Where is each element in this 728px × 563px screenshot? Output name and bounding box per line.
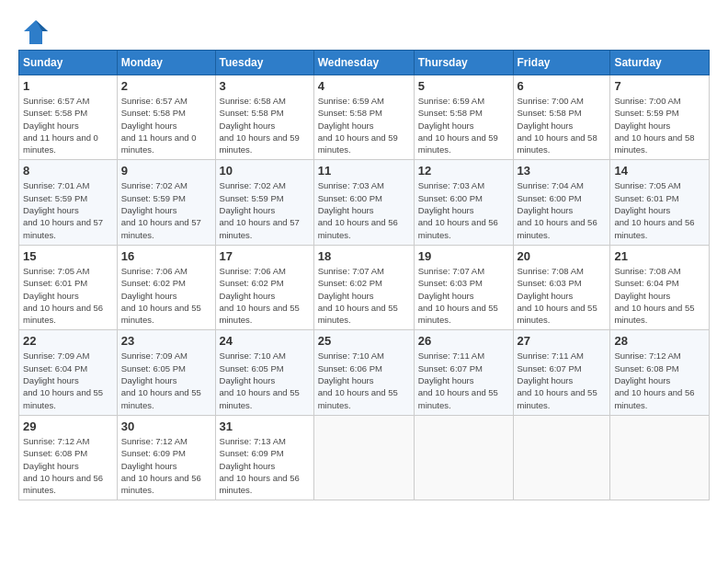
- day-cell-23: 23 Sunrise: 7:09 AMSunset: 6:05 PMDaylig…: [117, 330, 215, 415]
- day-cell-10: 10 Sunrise: 7:02 AMSunset: 5:59 PMDaylig…: [215, 160, 313, 245]
- day-number: 17: [220, 249, 310, 263]
- day-cell-5: 5 Sunrise: 6:59 AMSunset: 5:58 PMDayligh…: [414, 75, 513, 160]
- day-number: 2: [121, 79, 211, 93]
- day-cell-15: 15 Sunrise: 7:05 AMSunset: 6:01 PMDaylig…: [19, 245, 118, 329]
- day-cell-24: 24 Sunrise: 7:10 AMSunset: 6:05 PMDaylig…: [215, 330, 313, 415]
- day-cell-30: 30 Sunrise: 7:12 AMSunset: 6:09 PMDaylig…: [117, 415, 215, 500]
- day-number: 15: [23, 249, 113, 263]
- day-cell-18: 18 Sunrise: 7:07 AMSunset: 6:02 PMDaylig…: [313, 245, 414, 329]
- day-info: Sunrise: 7:12 AMSunset: 6:09 PMDaylight …: [121, 436, 201, 495]
- day-info: Sunrise: 7:04 AMSunset: 6:00 PMDaylight …: [518, 180, 597, 239]
- header-friday: Friday: [513, 51, 610, 75]
- day-info: Sunrise: 7:02 AMSunset: 5:59 PMDaylight …: [121, 180, 201, 239]
- day-number: 29: [23, 419, 113, 433]
- day-number: 16: [121, 249, 211, 263]
- header-thursday: Thursday: [414, 51, 513, 75]
- day-info: Sunrise: 7:03 AMSunset: 6:00 PMDaylight …: [318, 180, 398, 239]
- day-info: Sunrise: 7:03 AMSunset: 6:00 PMDaylight …: [418, 180, 498, 239]
- day-info: Sunrise: 6:58 AMSunset: 5:58 PMDaylight …: [220, 96, 300, 155]
- day-number: 13: [518, 164, 607, 178]
- day-number: 10: [220, 164, 310, 178]
- logo: [18, 18, 50, 40]
- calendar-header-row: SundayMondayTuesdayWednesdayThursdayFrid…: [19, 51, 710, 75]
- day-info: Sunrise: 7:02 AMSunset: 5:59 PMDaylight …: [220, 180, 300, 239]
- day-number: 31: [220, 419, 310, 433]
- day-info: Sunrise: 7:07 AMSunset: 6:03 PMDaylight …: [418, 266, 498, 325]
- day-info: Sunrise: 7:09 AMSunset: 6:05 PMDaylight …: [121, 350, 201, 409]
- day-cell-3: 3 Sunrise: 6:58 AMSunset: 5:58 PMDayligh…: [215, 75, 313, 160]
- day-info: Sunrise: 7:09 AMSunset: 6:04 PMDaylight …: [23, 350, 103, 409]
- day-number: 28: [614, 334, 705, 348]
- day-cell-11: 11 Sunrise: 7:03 AMSunset: 6:00 PMDaylig…: [313, 160, 414, 245]
- day-number: 24: [220, 334, 310, 348]
- day-cell-8: 8 Sunrise: 7:01 AMSunset: 5:59 PMDayligh…: [19, 160, 118, 245]
- empty-cell: [313, 415, 414, 500]
- day-info: Sunrise: 6:57 AMSunset: 5:58 PMDaylight …: [121, 96, 197, 155]
- day-number: 27: [518, 334, 607, 348]
- day-cell-21: 21 Sunrise: 7:08 AMSunset: 6:04 PMDaylig…: [610, 245, 710, 329]
- day-cell-12: 12 Sunrise: 7:03 AMSunset: 6:00 PMDaylig…: [414, 160, 513, 245]
- day-info: Sunrise: 6:57 AMSunset: 5:58 PMDaylight …: [23, 96, 98, 155]
- header-monday: Monday: [117, 51, 215, 75]
- day-cell-29: 29 Sunrise: 7:12 AMSunset: 6:08 PMDaylig…: [19, 415, 118, 500]
- header-wednesday: Wednesday: [313, 51, 414, 75]
- empty-cell: [610, 415, 710, 500]
- week-row-4: 22 Sunrise: 7:09 AMSunset: 6:04 PMDaylig…: [19, 330, 710, 415]
- day-number: 9: [121, 164, 211, 178]
- day-info: Sunrise: 7:07 AMSunset: 6:02 PMDaylight …: [318, 266, 398, 325]
- page-header: [18, 18, 710, 40]
- day-number: 22: [23, 334, 113, 348]
- day-number: 18: [318, 249, 410, 263]
- day-cell-6: 6 Sunrise: 7:00 AMSunset: 5:58 PMDayligh…: [513, 75, 610, 160]
- day-number: 5: [418, 79, 509, 93]
- day-number: 6: [518, 79, 607, 93]
- day-cell-28: 28 Sunrise: 7:12 AMSunset: 6:08 PMDaylig…: [610, 330, 710, 415]
- week-row-1: 1 Sunrise: 6:57 AMSunset: 5:58 PMDayligh…: [19, 75, 710, 160]
- day-cell-17: 17 Sunrise: 7:06 AMSunset: 6:02 PMDaylig…: [215, 245, 313, 329]
- day-info: Sunrise: 6:59 AMSunset: 5:58 PMDaylight …: [318, 96, 398, 155]
- day-cell-13: 13 Sunrise: 7:04 AMSunset: 6:00 PMDaylig…: [513, 160, 610, 245]
- day-info: Sunrise: 7:11 AMSunset: 6:07 PMDaylight …: [418, 350, 498, 409]
- day-number: 21: [614, 249, 705, 263]
- day-info: Sunrise: 7:00 AMSunset: 5:58 PMDaylight …: [518, 96, 597, 155]
- day-cell-14: 14 Sunrise: 7:05 AMSunset: 6:01 PMDaylig…: [610, 160, 710, 245]
- day-info: Sunrise: 7:13 AMSunset: 6:09 PMDaylight …: [220, 436, 300, 495]
- day-number: 4: [318, 79, 410, 93]
- day-number: 12: [418, 164, 509, 178]
- day-info: Sunrise: 7:00 AMSunset: 5:59 PMDaylight …: [614, 96, 694, 155]
- day-info: Sunrise: 7:10 AMSunset: 6:06 PMDaylight …: [318, 350, 398, 409]
- day-number: 8: [23, 164, 113, 178]
- day-cell-9: 9 Sunrise: 7:02 AMSunset: 5:59 PMDayligh…: [117, 160, 215, 245]
- empty-cell: [513, 415, 610, 500]
- header-tuesday: Tuesday: [215, 51, 313, 75]
- day-info: Sunrise: 7:05 AMSunset: 6:01 PMDaylight …: [23, 266, 103, 325]
- day-number: 14: [614, 164, 705, 178]
- day-cell-31: 31 Sunrise: 7:13 AMSunset: 6:09 PMDaylig…: [215, 415, 313, 500]
- day-number: 20: [518, 249, 607, 263]
- day-cell-2: 2 Sunrise: 6:57 AMSunset: 5:58 PMDayligh…: [117, 75, 215, 160]
- day-info: Sunrise: 7:06 AMSunset: 6:02 PMDaylight …: [121, 266, 201, 325]
- day-cell-27: 27 Sunrise: 7:11 AMSunset: 6:07 PMDaylig…: [513, 330, 610, 415]
- header-sunday: Sunday: [19, 51, 118, 75]
- day-info: Sunrise: 6:59 AMSunset: 5:58 PMDaylight …: [418, 96, 498, 155]
- day-cell-1: 1 Sunrise: 6:57 AMSunset: 5:58 PMDayligh…: [19, 75, 118, 160]
- day-cell-16: 16 Sunrise: 7:06 AMSunset: 6:02 PMDaylig…: [117, 245, 215, 329]
- day-cell-19: 19 Sunrise: 7:07 AMSunset: 6:03 PMDaylig…: [414, 245, 513, 329]
- day-number: 25: [318, 334, 410, 348]
- day-info: Sunrise: 7:10 AMSunset: 6:05 PMDaylight …: [220, 350, 300, 409]
- day-cell-7: 7 Sunrise: 7:00 AMSunset: 5:59 PMDayligh…: [610, 75, 710, 160]
- day-info: Sunrise: 7:06 AMSunset: 6:02 PMDaylight …: [220, 266, 300, 325]
- empty-cell: [414, 415, 513, 500]
- day-number: 3: [220, 79, 310, 93]
- day-info: Sunrise: 7:12 AMSunset: 6:08 PMDaylight …: [614, 350, 694, 409]
- day-info: Sunrise: 7:01 AMSunset: 5:59 PMDaylight …: [23, 180, 103, 239]
- week-row-5: 29 Sunrise: 7:12 AMSunset: 6:08 PMDaylig…: [19, 415, 710, 500]
- day-cell-22: 22 Sunrise: 7:09 AMSunset: 6:04 PMDaylig…: [19, 330, 118, 415]
- day-info: Sunrise: 7:12 AMSunset: 6:08 PMDaylight …: [23, 436, 103, 495]
- logo-icon: [22, 18, 50, 46]
- day-info: Sunrise: 7:11 AMSunset: 6:07 PMDaylight …: [518, 350, 597, 409]
- week-row-3: 15 Sunrise: 7:05 AMSunset: 6:01 PMDaylig…: [19, 245, 710, 329]
- day-number: 19: [418, 249, 509, 263]
- day-cell-20: 20 Sunrise: 7:08 AMSunset: 6:03 PMDaylig…: [513, 245, 610, 329]
- day-cell-26: 26 Sunrise: 7:11 AMSunset: 6:07 PMDaylig…: [414, 330, 513, 415]
